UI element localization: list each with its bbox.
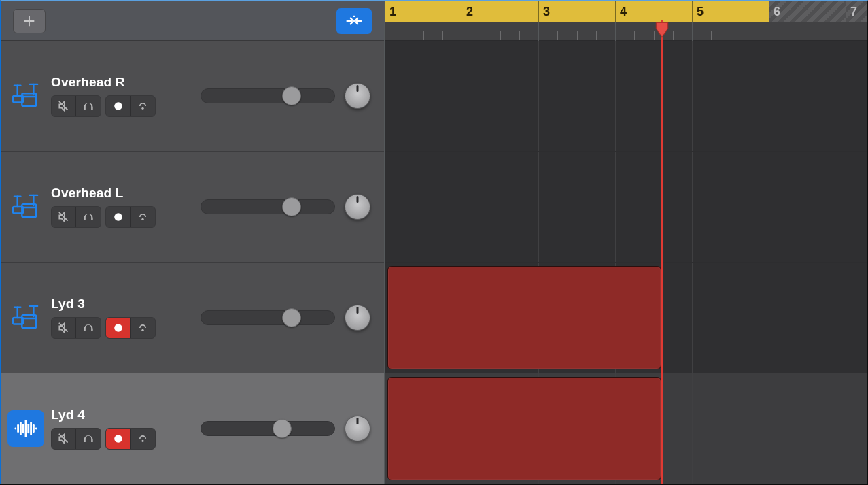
playhead-marker[interactable] <box>653 21 671 39</box>
track-controls <box>51 317 160 339</box>
pan-knob[interactable] <box>345 416 370 441</box>
beat-tick <box>404 31 404 40</box>
solo-button[interactable] <box>76 96 101 116</box>
ruler-bar[interactable]: 3 <box>538 1 615 22</box>
beat-tick <box>442 31 443 40</box>
input-monitor-button[interactable] <box>131 429 155 449</box>
pan-knob[interactable] <box>345 194 370 220</box>
input-monitor-button[interactable] <box>131 318 155 338</box>
track-controls <box>51 206 160 228</box>
beat-tick <box>538 22 539 41</box>
input-monitor-button[interactable] <box>131 207 155 227</box>
ruler-bar[interactable]: 1 <box>385 1 462 22</box>
grid-line <box>769 373 769 484</box>
track-lane[interactable] <box>385 41 867 152</box>
mute-button[interactable] <box>52 96 76 116</box>
pan-knob[interactable] <box>345 305 370 331</box>
track-filter-button[interactable] <box>336 8 372 34</box>
track-row[interactable]: Overhead R <box>1 41 384 152</box>
track-info: Lyd 3 <box>51 297 160 339</box>
track-lane[interactable] <box>385 152 867 263</box>
track-lane[interactable] <box>385 373 867 484</box>
plus-icon <box>22 14 37 29</box>
volume-slider[interactable] <box>201 199 335 214</box>
mute-button[interactable] <box>52 207 76 227</box>
grid-line <box>769 263 769 373</box>
ruler-bar[interactable]: 7 <box>846 1 867 22</box>
audio-icon <box>7 410 44 447</box>
mute-button[interactable] <box>52 429 76 449</box>
arrangement-area[interactable] <box>385 41 867 484</box>
grid-line <box>462 41 462 151</box>
timeline-area[interactable]: 1234567 <box>385 1 867 484</box>
track-mixer-controls <box>201 416 370 441</box>
record-arm-button[interactable] <box>106 207 131 227</box>
beat-tick <box>750 31 750 40</box>
track-row[interactable]: Lyd 4 <box>1 373 384 484</box>
beat-tick <box>500 31 501 40</box>
beat-tick <box>634 31 635 40</box>
add-track-button[interactable] <box>13 9 46 33</box>
beat-tick <box>711 31 712 40</box>
grid-line <box>769 41 769 151</box>
grid-line <box>692 152 693 262</box>
grid-line <box>462 152 462 262</box>
track-row[interactable]: Overhead L <box>1 152 384 263</box>
grid-line <box>846 152 846 262</box>
track-info: Lyd 4 <box>51 407 160 450</box>
bar-ruler[interactable]: 1234567 <box>385 1 867 22</box>
solo-button[interactable] <box>76 318 101 338</box>
svg-point-36 <box>114 435 122 443</box>
volume-slider[interactable] <box>201 310 335 325</box>
ruler-bar[interactable]: 4 <box>615 1 692 22</box>
track-row[interactable]: Lyd 3 <box>1 263 384 373</box>
record-arm-button[interactable] <box>106 318 131 338</box>
grid-line <box>769 152 769 262</box>
drum-icon <box>7 188 44 225</box>
waveform-line <box>391 318 658 318</box>
audio-region[interactable] <box>387 266 661 369</box>
beat-tick <box>769 22 769 41</box>
mute-button[interactable] <box>52 318 76 338</box>
solo-button[interactable] <box>76 207 101 227</box>
track-name: Lyd 3 <box>51 297 160 312</box>
beat-tick <box>788 31 788 40</box>
beat-ruler[interactable] <box>385 22 867 41</box>
record-arm-button[interactable] <box>106 429 131 449</box>
track-mixer-controls <box>201 83 370 109</box>
panel-header <box>1 1 384 41</box>
solo-button[interactable] <box>76 429 101 449</box>
volume-thumb[interactable] <box>282 86 301 105</box>
track-list: Overhead R <box>1 41 384 484</box>
track-name: Overhead R <box>51 75 160 90</box>
ruler-bar[interactable]: 6 <box>769 1 846 22</box>
playhead-line[interactable] <box>661 20 663 484</box>
track-info: Overhead R <box>51 75 160 117</box>
svg-point-7 <box>114 102 122 110</box>
ruler-bar[interactable]: 5 <box>692 1 769 22</box>
track-header-panel: Overhead R <box>1 1 385 484</box>
volume-thumb[interactable] <box>273 419 292 438</box>
grid-line <box>692 373 693 484</box>
ruler-bar[interactable]: 2 <box>462 1 538 22</box>
drum-icon <box>7 299 44 336</box>
input-monitor-button[interactable] <box>131 96 155 116</box>
volume-slider[interactable] <box>201 88 335 103</box>
svg-point-37 <box>141 440 143 442</box>
grid-line <box>538 41 539 151</box>
grid-line <box>846 263 846 373</box>
pan-knob[interactable] <box>345 83 370 109</box>
beat-tick <box>596 31 597 40</box>
grid-line <box>385 152 385 262</box>
audio-region[interactable] <box>387 377 661 480</box>
volume-thumb[interactable] <box>282 308 301 327</box>
beat-tick <box>846 22 846 41</box>
volume-slider[interactable] <box>201 421 335 436</box>
volume-thumb[interactable] <box>282 197 301 216</box>
grid-line <box>385 373 385 484</box>
beat-tick <box>462 22 462 41</box>
track-name: Overhead L <box>51 186 160 201</box>
grid-line <box>615 41 616 151</box>
track-lane[interactable] <box>385 263 867 373</box>
record-arm-button[interactable] <box>106 96 131 116</box>
